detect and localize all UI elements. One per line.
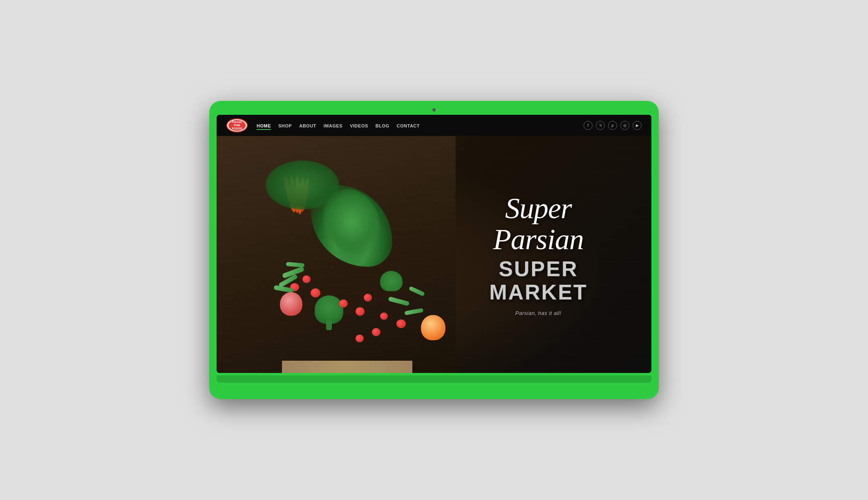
tomato-4: [339, 299, 348, 308]
nav-item-home[interactable]: HOME: [257, 122, 271, 129]
hero-script-title: Super Parsian: [447, 193, 630, 255]
tomato-8: [396, 319, 406, 328]
pinterest-icon[interactable]: p: [608, 121, 617, 130]
youtube-icon[interactable]: ▶: [633, 121, 642, 130]
nav-left: Parsian FINE FOODS HOME SHOP ABOUT: [226, 118, 420, 132]
nav-item-videos[interactable]: VIDEOS: [350, 122, 368, 129]
nav-item-images[interactable]: IMAGES: [324, 122, 342, 129]
tomato-5: [356, 307, 365, 316]
laptop-screen: Parsian FINE FOODS HOME SHOP ABOUT: [217, 115, 651, 373]
nav-link-shop[interactable]: SHOP: [278, 123, 292, 128]
nav-item-shop[interactable]: SHOP: [278, 122, 292, 129]
facebook-icon[interactable]: f: [584, 121, 593, 130]
nav-item-contact[interactable]: CONTACT: [397, 122, 420, 129]
tomato-6: [364, 294, 372, 301]
nav-link-blog[interactable]: BLOG: [376, 123, 389, 128]
instagram-icon[interactable]: ◎: [620, 121, 629, 130]
broccoli-1: [315, 295, 343, 324]
tomato-2: [302, 275, 311, 283]
hero-bold-title: SUPER MARKET: [447, 257, 630, 304]
tomato-7: [380, 312, 388, 320]
vegetables-image: [217, 136, 456, 373]
hero-section: Super Parsian SUPER MARKET Parsian, has …: [217, 136, 651, 373]
nav-link-images[interactable]: IMAGES: [324, 123, 342, 128]
apple-2: [421, 315, 445, 340]
twitter-icon[interactable]: 𝕏: [596, 121, 605, 130]
nav-link-about[interactable]: ABOUT: [299, 123, 316, 128]
parsian-script-text: Parsian: [493, 223, 584, 255]
social-icons: f 𝕏 p ◎ ▶: [584, 121, 642, 130]
navigation: Parsian FINE FOODS HOME SHOP ABOUT: [217, 115, 651, 136]
laptop-base: [217, 375, 651, 383]
broccoli-2: [380, 271, 403, 291]
nav-item-blog[interactable]: BLOG: [376, 122, 389, 129]
camera-dot: [432, 108, 436, 112]
logo-oval: Parsian FINE FOODS: [226, 118, 248, 132]
super-market-line1: SUPER: [447, 257, 630, 281]
tomato-9: [372, 328, 380, 336]
super-market-line2: MARKET: [447, 281, 630, 304]
hero-subtitle: Parsian, has it all!: [447, 310, 630, 316]
logo[interactable]: Parsian FINE FOODS: [226, 118, 248, 132]
nav-links: HOME SHOP ABOUT IMAGES VIDEOS: [257, 122, 420, 129]
website: Parsian FINE FOODS HOME SHOP ABOUT: [217, 115, 651, 373]
tomato-10: [356, 335, 364, 342]
nav-link-home[interactable]: HOME: [257, 123, 271, 130]
super-text: Super: [505, 192, 572, 225]
hero-text-area: Super Parsian SUPER MARKET Parsian, has …: [447, 193, 630, 316]
logo-text: Parsian FINE FOODS: [228, 120, 246, 131]
laptop-frame: Parsian FINE FOODS HOME SHOP ABOUT: [209, 101, 659, 399]
apple-1: [280, 292, 302, 316]
nav-link-videos[interactable]: VIDEOS: [350, 123, 368, 128]
nav-item-about[interactable]: ABOUT: [299, 122, 316, 129]
tomato-3: [311, 288, 320, 297]
nav-link-contact[interactable]: CONTACT: [397, 123, 420, 128]
hero-bottom-bar: [282, 361, 412, 373]
